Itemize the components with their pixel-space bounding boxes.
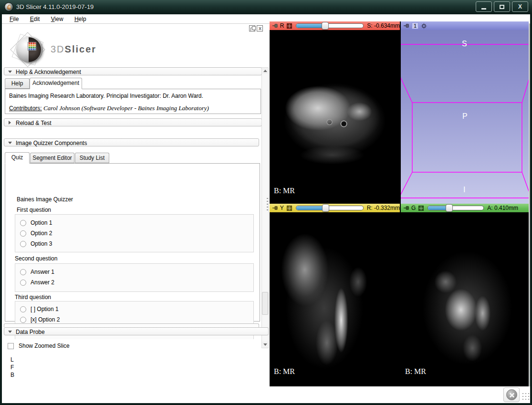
yellow-viewer-bar: Y R: -0.332mm <box>270 204 400 212</box>
pushpin-icon[interactable] <box>272 206 278 210</box>
data-probe-title: Data Probe <box>16 329 45 335</box>
app-icon <box>4 2 13 11</box>
scroll-up-button[interactable] <box>262 68 268 74</box>
yellow-slice-image[interactable] <box>270 212 400 386</box>
orientation-label-superior: S <box>462 40 467 48</box>
tab-quiz[interactable]: Quiz <box>5 152 30 164</box>
panel-splitter-handle[interactable] <box>267 198 268 211</box>
menu-file[interactable]: File <box>8 16 21 22</box>
yellow-slice-offset: R: -0.332mm <box>367 205 400 211</box>
title-bar[interactable]: 3D Slicer 4.11.0-2019-07-19 X <box>0 0 532 14</box>
red-slice-viewer[interactable]: R S: -0.634mm B: MR <box>270 21 400 204</box>
acknowledgement-text: Baines Imaging Research Laboratory. Prin… <box>9 93 203 99</box>
slice-view-grid: R S: -0.634mm B: MR 1 <box>270 21 529 386</box>
radio-icon[interactable] <box>20 230 26 237</box>
green-view-letter: G <box>411 205 416 211</box>
resize-grip[interactable] <box>522 392 529 401</box>
question-1-group: Option 1 Option 2 Option 3 <box>15 214 254 252</box>
menu-help[interactable]: Help <box>73 16 88 22</box>
logo-grid-icon <box>28 42 36 51</box>
red-slice-offset: S: -0.634mm <box>367 22 400 29</box>
tab-acknowledgement[interactable]: Acknowledgement <box>30 78 82 89</box>
help-ack-section-header[interactable]: Help & Acknowledgement <box>4 67 262 75</box>
close-panel-icon[interactable] <box>257 25 263 31</box>
radio-option[interactable]: Option 2 <box>20 230 52 237</box>
threed-viewer-bar: 1 <box>401 21 529 30</box>
minimize-icon <box>481 8 486 10</box>
green-slice-viewer[interactable]: G A: 0.410mm B: MR <box>401 204 529 386</box>
radio-option[interactable]: Answer 1 <box>20 269 54 275</box>
orientation-label-inferior: I <box>463 186 465 194</box>
yellow-slice-slider[interactable] <box>296 205 364 211</box>
tab-study-list[interactable]: Study List <box>75 153 109 163</box>
radio-option[interactable]: Option 3 <box>20 240 52 247</box>
menu-edit[interactable]: Edit <box>28 16 42 22</box>
radio-option[interactable]: Option 1 <box>20 219 52 226</box>
orientation-label-posterior: P <box>462 112 468 121</box>
threed-viewer[interactable]: 1 S <box>401 21 529 204</box>
scrollbar-thumb[interactable] <box>262 292 268 315</box>
center-view-gear-icon[interactable] <box>421 23 427 29</box>
help-ack-title: Help & Acknowledgement <box>16 69 81 75</box>
arrow-up-icon <box>263 70 267 72</box>
quizzer-section-header[interactable]: Image Quizzer Components <box>4 138 259 146</box>
collapse-triangle-icon <box>8 71 12 73</box>
slider-handle[interactable] <box>322 22 329 30</box>
show-zoomed-slice-checkbox[interactable] <box>8 343 14 349</box>
radio-icon[interactable] <box>20 269 26 275</box>
view-menu-icon[interactable] <box>418 206 424 211</box>
data-probe-section-header[interactable]: Data Probe <box>4 327 269 335</box>
tab-help[interactable]: Help <box>5 78 30 89</box>
reload-test-section-header[interactable]: Reload & Test <box>4 118 262 126</box>
slider-fill <box>296 24 325 28</box>
pushpin-icon[interactable] <box>403 206 409 210</box>
window-title: 3D Slicer 4.11.0-2019-07-19 <box>16 3 94 10</box>
slider-handle[interactable] <box>322 204 329 212</box>
radio-icon[interactable] <box>20 317 26 323</box>
menu-view[interactable]: View <box>49 16 65 22</box>
green-slice-image[interactable] <box>401 212 529 386</box>
view-menu-icon[interactable] <box>287 206 292 211</box>
radio-icon[interactable] <box>20 220 26 226</box>
quizzer-title: Image Quizzer Components <box>16 140 87 146</box>
question-3-label: Third question <box>15 294 51 301</box>
green-slice-slider[interactable] <box>428 205 484 211</box>
yellow-view-letter: Y <box>280 205 284 211</box>
red-slice-image[interactable] <box>270 30 400 204</box>
red-viewer-bar: R S: -0.634mm <box>270 21 400 30</box>
close-button[interactable]: X <box>512 1 528 12</box>
dialog-close-button[interactable] <box>503 387 520 402</box>
scroll-down-button[interactable] <box>262 342 268 348</box>
red-slice-slider[interactable] <box>296 23 364 29</box>
radio-icon[interactable] <box>20 241 26 247</box>
question-1-label: First question <box>17 207 51 213</box>
show-zoomed-slice-row[interactable]: Show Zoomed Slice <box>8 343 70 349</box>
yellow-volume-label: B: MR <box>274 367 295 376</box>
collapse-triangle-icon <box>9 121 11 125</box>
question-2-label: Second question <box>15 255 57 262</box>
threed-view-number: 1 <box>412 22 418 29</box>
radio-option[interactable]: [ ] Option 1 <box>20 306 59 312</box>
maximize-button[interactable] <box>494 1 510 12</box>
radio-option[interactable]: Answer 2 <box>20 279 54 286</box>
minimize-button[interactable] <box>476 1 492 12</box>
tab-segment-editor[interactable]: Segment Editor <box>30 153 74 163</box>
acknowledgement-panel: Baines Imaging Research Laboratory. Prin… <box>5 89 261 114</box>
threed-scene[interactable]: S P I <box>401 30 529 204</box>
slider-handle[interactable] <box>446 204 453 212</box>
yellow-slice-viewer[interactable]: Y R: -0.332mm B: MR <box>270 204 400 386</box>
pushpin-icon[interactable] <box>272 23 278 28</box>
axis-label-b: B <box>10 371 14 379</box>
reload-test-title: Reload & Test <box>16 120 52 126</box>
close-icon: X <box>518 4 522 10</box>
radio-option[interactable]: [x] Option 2 <box>20 316 60 323</box>
radio-icon[interactable] <box>20 306 26 312</box>
status-bar <box>2 386 530 403</box>
collapse-triangle-icon <box>8 331 12 333</box>
view-menu-icon[interactable] <box>287 23 292 29</box>
pushpin-icon[interactable] <box>403 23 409 28</box>
module-panel: 3DSlicer Help & Acknowledgement Help Ack… <box>2 24 270 386</box>
radio-icon[interactable] <box>20 280 26 286</box>
show-zoomed-slice-label: Show Zoomed Slice <box>19 343 70 349</box>
popup-panel-icon[interactable] <box>249 25 255 31</box>
